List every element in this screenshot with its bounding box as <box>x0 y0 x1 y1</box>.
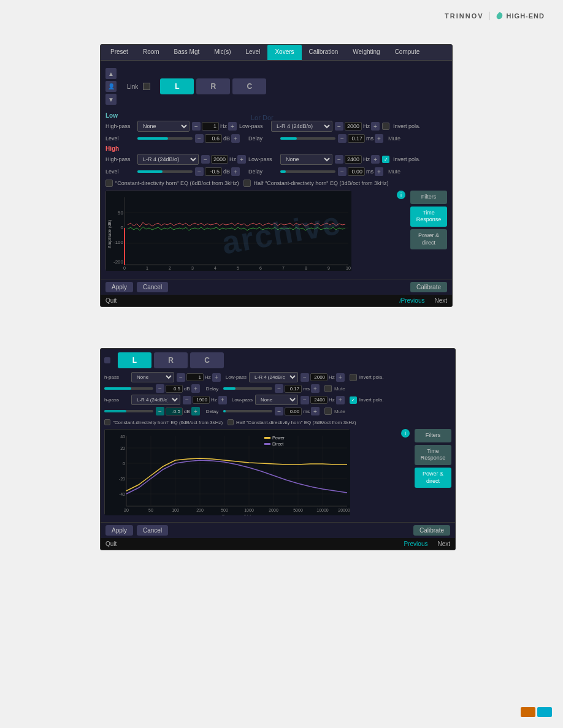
tab-weighting[interactable]: Weighting <box>345 45 387 60</box>
panel2-quit-label[interactable]: Quit <box>105 540 117 547</box>
tab-preset[interactable]: Preset <box>103 45 136 60</box>
quit-label[interactable]: Quit <box>105 297 117 304</box>
high-hp-select[interactable]: L-R 4 (24dB/o) <box>137 154 199 165</box>
panel2-high-invert[interactable]: ✓ <box>350 396 357 404</box>
next-label[interactable]: Next <box>434 297 447 304</box>
panel2-high-lp-select[interactable]: None <box>255 395 298 405</box>
panel2-low-lp-inc[interactable]: + <box>336 373 345 382</box>
panel2-high-level-dec[interactable]: − <box>156 407 164 415</box>
panel2-high-delay-slider[interactable] <box>223 410 272 412</box>
panel2-calibrate-btn[interactable]: Calibrate <box>413 525 450 536</box>
tab-room[interactable]: Room <box>136 45 167 60</box>
low-lp-freq-inc[interactable]: + <box>371 122 380 131</box>
panel2-cancel-btn[interactable]: Cancel <box>137 525 168 536</box>
channel-btn-l[interactable]: L <box>160 78 194 94</box>
panel2-high-hp-select[interactable]: L-R 4 (24dB/c) <box>131 395 180 405</box>
high-delay-dec[interactable]: − <box>338 167 347 176</box>
panel2-apply-btn[interactable]: Apply <box>105 525 133 536</box>
panel2-eq2-checkbox[interactable] <box>228 419 234 425</box>
panel2-high-hp-inc[interactable]: + <box>218 396 227 404</box>
chart-container: 50 0 -100 -200 0 1 2 3 4 5 6 7 8 9 10 <box>105 191 447 270</box>
panel2-high-hp-dec[interactable]: − <box>183 396 191 404</box>
tab-compute[interactable]: Compute <box>388 45 427 60</box>
panel2-low-hp-dec[interactable]: − <box>177 373 185 382</box>
low-delay-slider[interactable] <box>280 137 335 140</box>
high-delay-inc[interactable]: + <box>375 167 383 176</box>
panel2-channel-btn-r[interactable]: R <box>154 352 188 368</box>
panel2-power-direct-btn[interactable]: Power & direct <box>415 468 451 488</box>
low-invert-check[interactable] <box>382 123 389 130</box>
info-button[interactable]: i <box>397 191 405 199</box>
low-delay-dec[interactable]: − <box>338 134 347 143</box>
panel2-previous-label[interactable]: Previous <box>404 540 428 547</box>
panel2-eq1-checkbox[interactable] <box>104 419 110 425</box>
high-level-dec[interactable]: − <box>195 167 204 176</box>
link-checkbox[interactable] <box>143 83 150 90</box>
panel2-low-lp-dec[interactable]: − <box>301 373 309 382</box>
panel2-high-lp-inc[interactable]: + <box>336 396 345 404</box>
panel2-high-level-slider[interactable] <box>104 410 153 412</box>
panel2-low-hp-select[interactable]: None <box>131 372 174 382</box>
panel2-low-mute-check[interactable] <box>324 385 332 392</box>
tab-bass-mgt[interactable]: Bass Mgt <box>167 45 207 60</box>
panel2-high-delay-dec[interactable]: − <box>275 407 283 415</box>
time-response-btn[interactable]: Time Response <box>410 207 447 227</box>
cancel-btn[interactable]: Cancel <box>137 282 168 292</box>
high-hp-freq-inc[interactable]: + <box>237 155 246 164</box>
tab-xovers[interactable]: Xovers <box>267 45 301 60</box>
eq1-checkbox[interactable] <box>105 180 113 187</box>
calibrate-btn[interactable]: Calibrate <box>410 282 447 292</box>
panel2-high-lp-dec[interactable]: − <box>301 396 309 404</box>
high-delay-slider[interactable] <box>280 170 335 173</box>
high-lp-select[interactable]: None <box>280 154 332 165</box>
panel2-low-delay-slider[interactable] <box>223 387 272 390</box>
panel2-filters-btn[interactable]: Filters <box>415 429 451 442</box>
low-hp-freq-dec[interactable]: − <box>192 122 201 131</box>
eq2-checkbox[interactable] <box>243 180 251 187</box>
panel2-low-hp-inc[interactable]: + <box>212 373 221 382</box>
panel2-channel-btn-c[interactable]: C <box>190 352 224 368</box>
tab-calibration[interactable]: Calibration <box>302 45 346 60</box>
low-lp-select[interactable]: L-R 4 (24dB/o) <box>271 121 332 132</box>
panel2-low-delay-dec[interactable]: − <box>275 384 283 393</box>
power-direct-btn[interactable]: Power & direct <box>410 229 447 249</box>
high-lp-freq-dec[interactable]: − <box>335 155 343 164</box>
low-hp-freq-inc[interactable]: + <box>228 122 237 131</box>
high-invert-check[interactable]: ✓ <box>382 156 389 163</box>
low-level-value: 0.6 <box>205 134 222 143</box>
high-hp-freq-dec[interactable]: − <box>201 155 210 164</box>
high-lp-freq-inc[interactable]: + <box>371 155 380 164</box>
low-lp-freq-dec[interactable]: − <box>335 122 343 131</box>
low-delay-inc[interactable]: + <box>375 134 383 143</box>
panel2-low-level-inc[interactable]: + <box>191 384 200 393</box>
svg-text:2000: 2000 <box>269 508 278 512</box>
channel-btn-c[interactable]: C <box>232 78 266 94</box>
panel2-next-label[interactable]: Next <box>437 540 450 547</box>
low-level-dec[interactable]: − <box>195 134 204 143</box>
panel2-channel-btn-l[interactable]: L <box>118 352 151 368</box>
channel-btn-r[interactable]: R <box>196 78 230 94</box>
panel2-low-lp-select[interactable]: L-R 4 (24dB/c) <box>249 372 298 382</box>
filters-btn[interactable]: Filters <box>410 191 447 204</box>
apply-btn[interactable]: Apply <box>105 282 133 292</box>
panel2-high-delay-inc[interactable]: + <box>311 407 320 415</box>
panel2-low-level-dec[interactable]: − <box>156 384 164 393</box>
high-level-inc[interactable]: + <box>231 167 240 176</box>
panel2-time-response-btn[interactable]: Time Response <box>415 445 451 465</box>
tab-level[interactable]: Level <box>239 45 268 60</box>
low-level-slider[interactable] <box>137 137 193 140</box>
panel2-high-mute-check[interactable] <box>324 408 332 415</box>
nav-up-arrow[interactable]: ▲ <box>105 68 117 79</box>
high-level-slider[interactable] <box>137 170 193 173</box>
panel2-high-level-inc[interactable]: + <box>191 407 200 415</box>
panel2-low-delay-inc[interactable]: + <box>311 384 320 393</box>
nav-down-arrow[interactable]: ▼ <box>105 94 117 105</box>
panel2-low-invert[interactable] <box>350 374 357 381</box>
panel2-low-level-slider[interactable] <box>104 387 153 390</box>
previous-label[interactable]: iPrevious <box>399 297 424 304</box>
low-hp-select[interactable]: None <box>137 121 190 132</box>
low-level-inc[interactable]: + <box>231 134 240 143</box>
tab-mics[interactable]: Mic(s) <box>207 45 238 60</box>
high-delay-unit: ms <box>366 169 373 175</box>
panel2-info-button[interactable]: i <box>401 429 410 438</box>
